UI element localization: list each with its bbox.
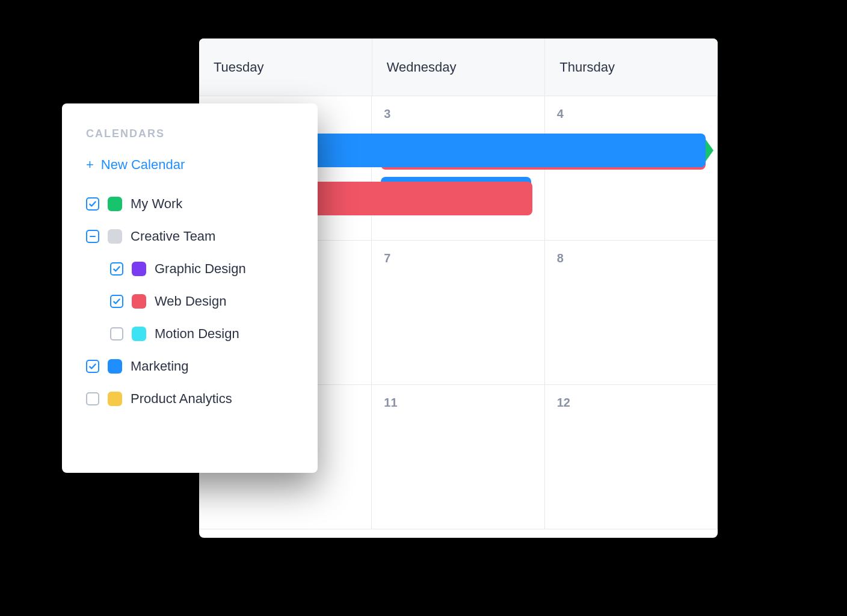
calendar-cell[interactable]: 12: [545, 385, 718, 529]
new-calendar-button[interactable]: + New Calendar: [86, 157, 297, 173]
checkbox-indeterminate-icon[interactable]: [86, 230, 99, 243]
date-label: 3: [380, 107, 535, 121]
day-header-tuesday: Tuesday: [199, 38, 372, 96]
color-swatch: [108, 229, 122, 244]
calendar-item-label: Motion Design: [155, 326, 239, 342]
calendar-item-my-work[interactable]: My Work: [86, 189, 297, 218]
calendar-item-motion-design[interactable]: Motion Design: [86, 319, 297, 348]
checkbox-unchecked-icon[interactable]: [86, 392, 99, 405]
color-swatch: [132, 294, 146, 309]
day-header-thursday: Thursday: [545, 38, 718, 96]
calendar-item-graphic-design[interactable]: Graphic Design: [86, 254, 297, 283]
calendar-cell[interactable]: 11: [372, 385, 544, 529]
calendar-list: My Work Creative Team Graphic Design: [86, 189, 297, 413]
calendar-item-marketing[interactable]: Marketing: [86, 352, 297, 381]
calendar-cell[interactable]: 7: [372, 241, 544, 384]
calendar-item-label: Web Design: [155, 294, 226, 309]
color-swatch: [108, 359, 122, 374]
calendar-header: Tuesday Wednesday Thursday: [199, 38, 718, 96]
date-label: 11: [380, 396, 535, 410]
new-calendar-label: New Calendar: [101, 157, 185, 173]
calendar-item-label: Creative Team: [131, 229, 215, 244]
color-swatch: [108, 392, 122, 406]
sidebar-title: CALENDARS: [86, 128, 297, 140]
date-label: 12: [553, 396, 709, 410]
checkbox-unchecked-icon[interactable]: [110, 327, 123, 340]
day-header-wednesday: Wednesday: [372, 38, 546, 96]
color-swatch: [132, 262, 146, 276]
checkbox-checked-icon[interactable]: [86, 197, 99, 211]
calendar-cell[interactable]: 8: [545, 241, 718, 384]
calendar-item-label: My Work: [131, 196, 182, 212]
color-swatch: [132, 327, 146, 341]
date-label: 4: [553, 107, 709, 121]
calendar-item-product-analytics[interactable]: Product Analytics: [86, 384, 297, 413]
plus-icon: +: [86, 158, 94, 171]
calendar-item-label: Product Analytics: [131, 391, 232, 407]
checkbox-checked-icon[interactable]: [110, 262, 123, 276]
calendar-item-creative-team[interactable]: Creative Team: [86, 222, 297, 251]
calendars-sidebar: CALENDARS + New Calendar My Work Creativ…: [62, 103, 318, 473]
checkbox-checked-icon[interactable]: [86, 360, 99, 373]
calendar-item-label: Marketing: [131, 359, 189, 374]
calendar-item-label: Graphic Design: [155, 261, 246, 277]
date-label: 8: [553, 251, 709, 265]
calendar-item-web-design[interactable]: Web Design: [86, 287, 297, 316]
color-swatch: [108, 197, 122, 211]
date-label: 7: [380, 251, 535, 265]
checkbox-checked-icon[interactable]: [110, 295, 123, 308]
